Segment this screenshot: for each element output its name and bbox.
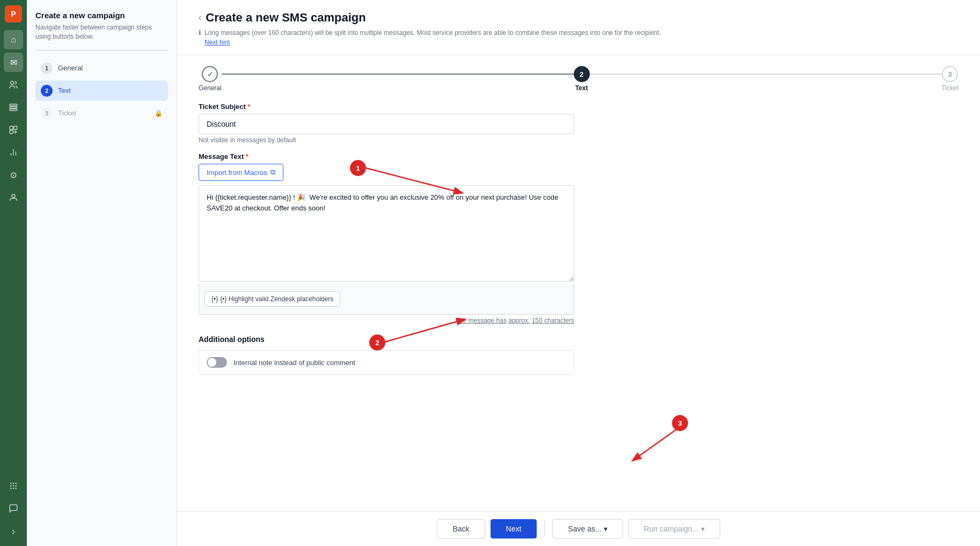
chevron-down-icon: ▾ (604, 525, 608, 533)
ticket-subject-label: Ticket Subject * (199, 103, 574, 111)
internal-note-toggle[interactable] (207, 357, 227, 368)
nav-grid[interactable] (4, 476, 23, 496)
info-icon: ℹ (199, 29, 201, 37)
footer: Back Next Save as... ▾ Run campaign... ▾ (177, 511, 980, 546)
sidebar: Create a new campaign Navigate faster be… (27, 0, 177, 546)
info-text: Long messages (over 160 characters) will… (204, 28, 661, 47)
svg-point-0 (11, 81, 14, 84)
progress-step-general: ✓ General (199, 66, 222, 92)
highlight-placeholders-button[interactable]: {•} {•} Highlight valid Zendesk placehol… (204, 292, 340, 307)
textarea-bottom-bar: {•} {•} Highlight valid Zendesk placehol… (199, 284, 574, 315)
back-button[interactable]: Back (437, 519, 485, 538)
progress-circle-2: 2 (574, 66, 590, 82)
svg-rect-4 (10, 126, 13, 129)
next-hint-link[interactable]: Next hint (204, 39, 230, 46)
svg-rect-6 (10, 130, 13, 134)
back-arrow-btn[interactable]: ‹ (199, 13, 201, 23)
svg-point-12 (12, 194, 15, 198)
nav-expand[interactable]: › (4, 521, 23, 541)
sidebar-step-label-2: Text (58, 86, 71, 94)
svg-point-20 (13, 487, 14, 489)
svg-point-18 (15, 485, 17, 487)
step-num-1: 1 (41, 62, 53, 74)
progress-circle-3: 3 (942, 66, 958, 82)
lock-icon: 🔒 (155, 110, 163, 117)
ticket-subject-hint: Not visible in messages by default (199, 136, 574, 144)
progress-label-3: Ticket (941, 84, 959, 92)
sidebar-step-text[interactable]: 2 Text (35, 81, 168, 101)
app-logo[interactable]: P (5, 5, 22, 23)
svg-point-19 (10, 487, 12, 489)
nav-users[interactable] (4, 75, 23, 94)
sidebar-step-label-1: General (58, 64, 83, 72)
footer-divider (544, 521, 545, 536)
ticket-subject-input[interactable] (199, 114, 574, 134)
progress-label-2: Text (575, 84, 588, 92)
nav-user[interactable] (4, 188, 23, 207)
progress-step-text: 2 Text (574, 66, 590, 92)
form-section: Ticket Subject * Not visible in messages… (199, 103, 574, 385)
approx-text: approx. (508, 317, 530, 324)
sidebar-step-general[interactable]: 1 General (35, 58, 168, 78)
run-campaign-button[interactable]: Run campaign... ▾ (628, 519, 720, 538)
svg-point-15 (15, 483, 17, 484)
nav-mail[interactable]: ✉ (4, 53, 23, 72)
additional-title: Additional options (199, 335, 574, 344)
sidebar-desc: Navigate faster between campaign steps u… (35, 23, 168, 41)
content-area: Ticket Subject * Not visible in messages… (177, 103, 980, 511)
char-count: The message has approx. 150 characters (199, 317, 574, 324)
placeholder-icon: {•} (211, 295, 218, 303)
nav-settings[interactable]: ⚙ (4, 165, 23, 185)
step-num-3: 3 (41, 107, 53, 119)
progress-circle-1: ✓ (202, 66, 218, 82)
chevron-down-icon-2: ▾ (701, 525, 705, 533)
svg-point-13 (10, 483, 12, 484)
nav-home[interactable]: ⌂ (4, 30, 23, 49)
progress-line-2 (590, 74, 942, 75)
message-text-label: Message Text * (199, 152, 574, 161)
main-header: ‹ Create a new SMS campaign ℹ Long messa… (177, 0, 980, 55)
next-button[interactable]: Next (491, 519, 537, 538)
copy-icon: ⧉ (270, 168, 275, 177)
toggle-row: Internal note instead of public comment (199, 350, 574, 375)
svg-rect-5 (14, 126, 17, 129)
svg-rect-3 (10, 109, 17, 111)
svg-point-16 (10, 485, 12, 487)
nav-add[interactable] (4, 120, 23, 140)
additional-options-section: Additional options Internal note instead… (199, 335, 574, 385)
step-num-2: 2 (41, 85, 53, 97)
svg-point-14 (13, 483, 14, 484)
main-content: ‹ Create a new SMS campaign ℹ Long messa… (177, 0, 980, 546)
sidebar-title: Create a new campaign (35, 11, 168, 20)
progress-step-ticket: 3 Ticket (941, 66, 959, 92)
sidebar-step-label-3: Ticket (58, 109, 76, 117)
svg-rect-1 (10, 104, 17, 106)
nav-list[interactable] (4, 98, 23, 117)
nav-chat[interactable] (4, 499, 23, 518)
svg-rect-2 (10, 107, 17, 108)
import-macros-button[interactable]: Import from Macros ⧉ (199, 164, 283, 181)
svg-point-17 (13, 485, 14, 487)
svg-point-21 (15, 487, 17, 489)
left-nav: P ⌂ ✉ ⚙ › (0, 0, 27, 546)
page-title: Create a new SMS campaign (206, 11, 365, 25)
save-as-button[interactable]: Save as... ▾ (552, 519, 623, 538)
progress-line-1 (222, 74, 574, 75)
toggle-label: Internal note instead of public comment (233, 359, 355, 367)
progress-bar: ✓ General 2 Text 3 Ticket (177, 55, 980, 103)
sidebar-step-ticket: 3 Ticket 🔒 (35, 103, 168, 123)
progress-label-1: General (199, 84, 222, 92)
nav-chart[interactable] (4, 143, 23, 162)
message-textarea[interactable]: Hi {{ticket.requester.name}} ! 🎉 We're e… (199, 185, 574, 282)
